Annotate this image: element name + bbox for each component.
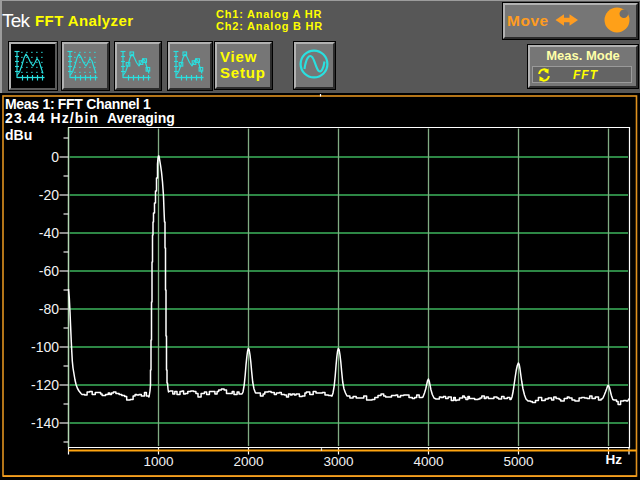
svg-text:4000: 4000	[413, 454, 443, 469]
svg-text:Hz: Hz	[606, 452, 623, 467]
svg-text:-100: -100	[31, 339, 59, 355]
svg-text:-120: -120	[31, 377, 59, 393]
svg-text:2000: 2000	[233, 454, 263, 469]
svg-text:-20: -20	[39, 187, 59, 203]
svg-text:3000: 3000	[323, 454, 353, 469]
svg-text:1000: 1000	[143, 454, 173, 469]
svg-text:0: 0	[51, 149, 59, 165]
svg-text:-60: -60	[39, 263, 59, 279]
svg-text:-140: -140	[31, 415, 59, 431]
svg-text:-80: -80	[39, 301, 59, 317]
svg-text:dBu: dBu	[5, 127, 32, 143]
svg-text:23.44 Hz/bin Averaging: 23.44 Hz/bin Averaging	[5, 110, 175, 126]
svg-text:5000: 5000	[503, 454, 533, 469]
svg-text:-40: -40	[39, 225, 59, 241]
